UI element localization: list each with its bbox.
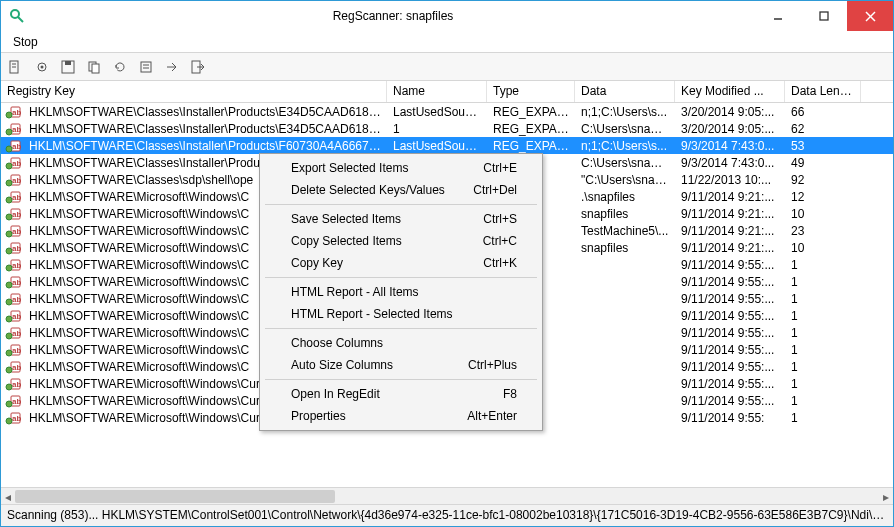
col-type[interactable]: Type	[487, 81, 575, 102]
cell-key: HKLM\SOFTWARE\Classes\Installer\Products…	[23, 105, 387, 119]
svg-point-51	[6, 282, 12, 288]
cell-mod: 3/20/2014 9:05:...	[675, 105, 785, 119]
tool-save-icon[interactable]	[59, 58, 77, 76]
cell-name: LastUsedSource	[387, 139, 487, 153]
svg-text:ab: ab	[12, 329, 21, 338]
scroll-right-arrow[interactable]: ▸	[879, 488, 893, 505]
cm-properties[interactable]: PropertiesAlt+Enter	[263, 405, 539, 427]
cell-mod: 9/11/2014 9:55:...	[675, 377, 785, 391]
cell-mod: 9/11/2014 9:21:...	[675, 207, 785, 221]
svg-point-72	[6, 401, 12, 407]
tool-goto-icon[interactable]	[163, 58, 181, 76]
cell-len: 12	[785, 190, 861, 204]
svg-point-0	[11, 10, 19, 18]
reg-value-icon: ab	[5, 224, 21, 238]
svg-text:ab: ab	[12, 193, 21, 202]
cm-choose-columns[interactable]: Choose Columns	[263, 332, 539, 354]
tool-refresh-icon[interactable]	[111, 58, 129, 76]
table-row[interactable]: abHKLM\SOFTWARE\Classes\Installer\Produc…	[1, 120, 893, 137]
close-button[interactable]	[847, 1, 893, 31]
col-length[interactable]: Data Length	[785, 81, 861, 102]
tool-props-icon[interactable]	[137, 58, 155, 76]
cell-name: 1	[387, 122, 487, 136]
cell-len: 53	[785, 139, 861, 153]
tool-scan-icon[interactable]	[7, 58, 25, 76]
svg-rect-12	[65, 61, 71, 65]
svg-line-4	[866, 12, 875, 21]
reg-value-icon: ab	[5, 258, 21, 272]
svg-point-21	[6, 112, 12, 118]
col-modified[interactable]: Key Modified ...	[675, 81, 785, 102]
cm-autosize-sc: Ctrl+Plus	[468, 358, 517, 372]
svg-point-39	[6, 214, 12, 220]
cell-len: 1	[785, 326, 861, 340]
cm-regedit-label: Open In RegEdit	[291, 387, 380, 401]
cm-save[interactable]: Save Selected ItemsCtrl+S	[263, 208, 539, 230]
reg-value-icon: ab	[5, 173, 21, 187]
cm-save-sc: Ctrl+S	[483, 212, 517, 226]
cell-mod: 9/11/2014 9:55:...	[675, 326, 785, 340]
cell-mod: 9/3/2014 7:43:0...	[675, 156, 785, 170]
reg-value-icon: ab	[5, 241, 21, 255]
reg-value-icon: ab	[5, 139, 21, 153]
app-window: RegScanner: snapfiles Stop Registry Key …	[0, 0, 894, 527]
cell-mod: 9/3/2014 7:43:0...	[675, 139, 785, 153]
cm-delete[interactable]: Delete Selected Keys/ValuesCtrl+Del	[263, 179, 539, 201]
col-registry-key[interactable]: Registry Key	[1, 81, 387, 102]
svg-text:ab: ab	[12, 278, 21, 287]
svg-text:ab: ab	[12, 108, 21, 117]
cm-copykey[interactable]: Copy KeyCtrl+K	[263, 252, 539, 274]
svg-text:ab: ab	[12, 227, 21, 236]
tool-gear-icon[interactable]	[33, 58, 51, 76]
cm-copykey-label: Copy Key	[291, 256, 343, 270]
svg-text:ab: ab	[12, 414, 21, 423]
cm-copy[interactable]: Copy Selected ItemsCtrl+C	[263, 230, 539, 252]
cell-data: C:\Users\snapf...	[575, 156, 675, 170]
cm-autosize[interactable]: Auto Size ColumnsCtrl+Plus	[263, 354, 539, 376]
cell-len: 1	[785, 377, 861, 391]
svg-rect-14	[92, 64, 99, 73]
svg-text:ab: ab	[12, 142, 21, 151]
table-row[interactable]: abHKLM\SOFTWARE\Classes\Installer\Produc…	[1, 103, 893, 120]
reg-value-icon: ab	[5, 343, 21, 357]
cell-mod: 9/11/2014 9:21:...	[675, 224, 785, 238]
cell-len: 10	[785, 207, 861, 221]
tool-copy-icon[interactable]	[85, 58, 103, 76]
horizontal-scrollbar[interactable]: ◂ ▸	[1, 487, 893, 504]
cm-props-label: Properties	[291, 409, 346, 423]
cm-separator	[265, 328, 537, 329]
maximize-button[interactable]	[801, 1, 847, 31]
cell-len: 1	[785, 360, 861, 374]
col-name[interactable]: Name	[387, 81, 487, 102]
cell-mod: 9/11/2014 9:21:...	[675, 241, 785, 255]
cell-mod: 9/11/2014 9:55:...	[675, 292, 785, 306]
cm-separator	[265, 204, 537, 205]
svg-point-48	[6, 265, 12, 271]
minimize-button[interactable]	[755, 1, 801, 31]
cm-export[interactable]: Export Selected ItemsCtrl+E	[263, 157, 539, 179]
reg-value-icon: ab	[5, 156, 21, 170]
cm-html-sel[interactable]: HTML Report - Selected Items	[263, 303, 539, 325]
table-row[interactable]: abHKLM\SOFTWARE\Classes\Installer\Produc…	[1, 137, 893, 154]
cell-mod: 3/20/2014 9:05:...	[675, 122, 785, 136]
svg-text:ab: ab	[12, 397, 21, 406]
cell-len: 1	[785, 258, 861, 272]
cm-html-all[interactable]: HTML Report - All Items	[263, 281, 539, 303]
tool-exit-icon[interactable]	[189, 58, 207, 76]
cm-regedit[interactable]: Open In RegEditF8	[263, 383, 539, 405]
svg-point-27	[6, 146, 12, 152]
col-data[interactable]: Data	[575, 81, 675, 102]
cm-delete-sc: Ctrl+Del	[473, 183, 517, 197]
svg-point-57	[6, 316, 12, 322]
cell-key: HKLM\SOFTWARE\Classes\Installer\Products…	[23, 139, 387, 153]
cell-len: 1	[785, 292, 861, 306]
results-grid: Registry Key Name Type Data Key Modified…	[1, 81, 893, 487]
statusbar: Scanning (853)... HKLM\SYSTEM\ControlSet…	[1, 504, 893, 526]
menu-stop[interactable]: Stop	[7, 33, 44, 51]
titlebar[interactable]: RegScanner: snapfiles	[1, 1, 893, 31]
scroll-thumb[interactable]	[15, 490, 335, 503]
cell-len: 92	[785, 173, 861, 187]
scroll-left-arrow[interactable]: ◂	[1, 488, 15, 505]
cm-delete-label: Delete Selected Keys/Values	[291, 183, 445, 197]
svg-point-33	[6, 180, 12, 186]
